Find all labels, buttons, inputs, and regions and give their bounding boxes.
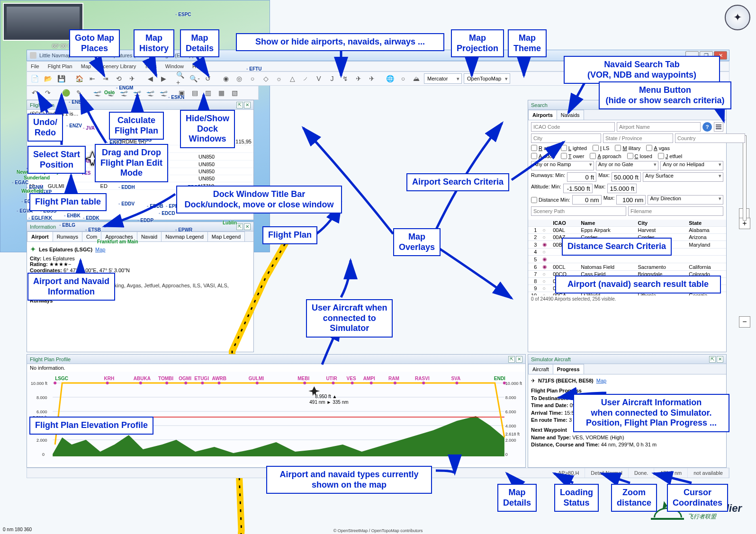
svg-text:4.000: 4.000 — [36, 424, 47, 428]
search-result-row[interactable]: 6◉00CLNatomas FieldSacramentoCalifornia — [528, 263, 726, 271]
map-label: ◦ EDCD — [159, 211, 175, 216]
sim-time-label: Time and Date: — [531, 402, 568, 408]
map-label: ◦ ESPC — [175, 12, 191, 17]
profile-close-icon[interactable]: ✕ — [516, 356, 522, 363]
sim-close-icon[interactable]: ✕ — [717, 356, 723, 363]
sim-nw2-value: 44 nm, 299°M, 0 h 31 m — [601, 442, 657, 447]
alt-max-input[interactable] — [607, 184, 637, 193]
svg-text:8.950 ft ▲: 8.950 ft ▲ — [315, 394, 337, 399]
search-result-row[interactable]: 1○00ALEpps AirparkHarvestAlabama — [528, 227, 726, 234]
svg-text:6.000: 6.000 — [505, 409, 516, 414]
filename-input[interactable] — [628, 206, 723, 216]
sim-map-link[interactable]: Map — [596, 377, 606, 384]
search-check-closed[interactable]: Closed — [627, 153, 652, 159]
profile-noinfo: No information. — [27, 364, 525, 372]
map-panel[interactable]: ✦ 60° 00' 00,0"N ◦ ESPC◦ EFTU◦ ESKN◦ ESN… — [0, 0, 270, 252]
status-dist: 471,0 nm — [654, 468, 688, 478]
profile-titlebar[interactable]: Flight Plan Profile ⇱✕ — [27, 355, 525, 364]
search-country-input[interactable] — [675, 134, 745, 143]
search-menu-button[interactable] — [714, 122, 723, 132]
alt-min-input[interactable] — [563, 184, 593, 193]
map-label: ◦ EBLG — [59, 222, 75, 228]
search-helipad-combo[interactable]: Any or no Helipad — [660, 161, 723, 170]
search-result-row[interactable]: 4○ — [528, 249, 726, 256]
search-result-row[interactable]: 10○00GALt WorldLithoniaGeorgia — [528, 292, 726, 296]
search-result-row[interactable]: 7○00COCass FieldBriggsdaleColorado — [528, 271, 726, 278]
map-label: ◦ EGAC — [12, 180, 28, 185]
map-label: ◦ EPBY*CZ — [197, 199, 221, 204]
distance-check[interactable] — [531, 197, 537, 203]
statusbar: AP>80,H Detail Normal Done. 471,0 nm not… — [27, 468, 729, 478]
sim-pin-icon[interactable]: ⇱ — [709, 356, 716, 363]
sim-tab-progress[interactable]: Progress — [553, 364, 584, 374]
help-icon[interactable]: ? — [702, 122, 712, 132]
svg-text:8.000: 8.000 — [505, 395, 516, 400]
map-label: ◦ EDDP — [137, 218, 153, 223]
search-state-input[interactable] — [603, 134, 673, 143]
search-ramp-combo[interactable]: Any or no Ramp — [531, 161, 594, 170]
svg-text:491 nm ► 335 nm: 491 nm ► 335 nm — [309, 400, 348, 405]
map-label: ◦ VES — [78, 170, 90, 176]
svg-point-18 — [351, 382, 354, 384]
search-check-rating[interactable]: Rating — [531, 145, 555, 151]
search-check-ils[interactable]: ILS — [593, 145, 610, 151]
profile-pin-icon[interactable]: ⇱ — [508, 356, 515, 363]
svg-text:RAM: RAM — [388, 376, 399, 381]
search-check-addon[interactable]: Addon — [531, 153, 555, 159]
svg-point-8 — [54, 382, 56, 384]
search-result-row[interactable]: 8○00FAGrass PatchBushnellFlorida — [528, 278, 726, 285]
search-tab-airports[interactable]: Airports — [528, 110, 557, 120]
search-check-military[interactable]: Military — [615, 145, 640, 151]
svg-text:AMPI: AMPI — [363, 376, 375, 381]
search-gate-combo[interactable]: Any or no Gate — [596, 161, 659, 170]
scenery-path-input[interactable] — [531, 206, 626, 216]
sim-tab-aircraft[interactable]: Aircraft — [528, 364, 553, 374]
search-titlebar[interactable]: Search ⇱✕ — [528, 100, 726, 110]
svg-point-16 — [303, 382, 306, 384]
search-check-lighted[interactable]: Lighted — [561, 145, 587, 151]
map-label: ◦ ETSB — [85, 227, 101, 232]
map-label: Lublin — [223, 220, 237, 225]
status-done: Done. — [629, 468, 654, 478]
search-check-jetfuel[interactable]: Jetfuel — [658, 153, 682, 159]
search-result-row[interactable]: 5◉ — [528, 256, 726, 263]
search-close-icon[interactable]: ✕ — [717, 102, 723, 108]
rwy-max-input[interactable] — [612, 172, 641, 182]
search-tab-navaids[interactable]: Navaids — [557, 110, 584, 120]
search-panel: Search ⇱✕ AirportsNavaids ? Rating Light… — [528, 100, 727, 352]
rwy-min-label: Runways: Min: — [531, 172, 565, 182]
rwy-min-input[interactable] — [567, 172, 596, 182]
profile-title: Flight Plan Profile — [30, 356, 71, 362]
search-result-row[interactable]: 9○00FLRiver OakOkeechobeeFlorida — [528, 285, 726, 292]
search-result-row[interactable]: 3◉00BSouth RiverEdgewaterMaryland — [528, 241, 726, 249]
search-result-row[interactable]: 2○00AZCordesCordesArizona — [528, 234, 726, 241]
svg-text:MEBI: MEBI — [297, 376, 309, 381]
search-result-table[interactable]: ICAONameCityState 1○00ALEpps AirparkHarv… — [528, 220, 726, 295]
dir-combo[interactable]: Any Direction — [648, 195, 723, 205]
search-pin-icon[interactable]: ⇱ — [709, 102, 716, 108]
map-label: ◦ EHBK — [64, 213, 81, 218]
search-icao-input[interactable] — [531, 122, 615, 132]
search-name-input[interactable] — [617, 122, 701, 132]
map-label: ◦ ENGM — [116, 85, 133, 90]
map-label: ◦ ENZV — [66, 123, 82, 128]
svg-text:4.000: 4.000 — [505, 424, 516, 428]
dist-min-input[interactable] — [572, 195, 602, 205]
sim-titlebar[interactable]: Simulator Aircraft ⇱✕ — [528, 355, 726, 364]
search-title: Search — [531, 102, 548, 108]
surface-combo[interactable]: Any Surface — [643, 172, 723, 182]
search-city-input[interactable] — [531, 134, 601, 143]
search-check-tower[interactable]: Tower — [561, 153, 585, 159]
search-check-approach[interactable]: Approach — [590, 153, 621, 159]
profile-panel: Flight Plan Profile ⇱✕ No information. — [27, 354, 526, 468]
watermark-logo: China Flier飞行者联盟 — [651, 503, 742, 520]
sim-dest-value: 335 nm — [570, 395, 587, 401]
svg-text:OGMI: OGMI — [179, 376, 191, 381]
dist-max-input[interactable] — [616, 195, 646, 205]
search-check-avgas[interactable]: Avgas — [646, 145, 670, 151]
svg-text:10.000 ft: 10.000 ft — [31, 381, 48, 386]
logo-brand: China Flier — [688, 502, 742, 514]
svg-marker-0 — [85, 151, 99, 166]
elevation-chart[interactable]: 10.000 ft 8.000 6.000 5.500 ft 4.000 2.0… — [27, 372, 525, 464]
svg-text:KRH: KRH — [104, 376, 115, 381]
